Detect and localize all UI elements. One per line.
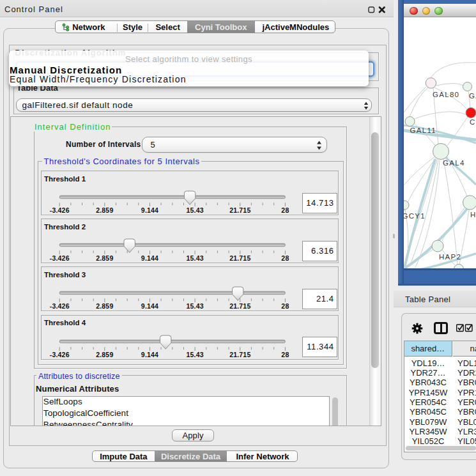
- svg-text:21.715: 21.715: [229, 350, 250, 358]
- svg-text:15.43: 15.43: [186, 302, 203, 310]
- svg-text:HAP2: HAP2: [439, 253, 461, 261]
- svg-text:21.715: 21.715: [229, 302, 250, 310]
- svg-text:-3.426: -3.426: [49, 350, 69, 358]
- svg-text:C: C: [470, 118, 476, 126]
- svg-text:-3.426: -3.426: [49, 302, 69, 310]
- svg-text:2.859: 2.859: [96, 206, 113, 214]
- svg-text:28: 28: [281, 254, 289, 262]
- svg-text:28: 28: [281, 206, 289, 214]
- svg-text:15.43: 15.43: [186, 254, 203, 262]
- svg-text:21.715: 21.715: [229, 206, 250, 214]
- svg-text:GAL11: GAL11: [410, 127, 436, 134]
- svg-text:15.43: 15.43: [186, 206, 203, 214]
- svg-text:HA: HA: [470, 211, 476, 219]
- svg-text:2.859: 2.859: [96, 302, 113, 310]
- svg-text:15.43: 15.43: [186, 350, 203, 358]
- svg-text:28: 28: [281, 350, 289, 358]
- svg-text:GAL80: GAL80: [433, 91, 459, 98]
- svg-text:GAL4: GAL4: [443, 159, 465, 167]
- svg-text:9.144: 9.144: [141, 302, 158, 310]
- svg-text:GCY1: GCY1: [404, 212, 426, 220]
- svg-text:2.859: 2.859: [96, 350, 113, 358]
- svg-text:9.144: 9.144: [141, 254, 158, 262]
- svg-text:-3.426: -3.426: [49, 254, 69, 262]
- svg-text:28: 28: [281, 302, 289, 310]
- svg-text:-3.426: -3.426: [49, 206, 69, 214]
- svg-text:9.144: 9.144: [141, 350, 158, 358]
- svg-text:GA: GA: [469, 92, 476, 100]
- svg-text:21.715: 21.715: [229, 254, 250, 262]
- svg-text:9.144: 9.144: [141, 206, 158, 214]
- svg-text:2.859: 2.859: [96, 254, 113, 262]
